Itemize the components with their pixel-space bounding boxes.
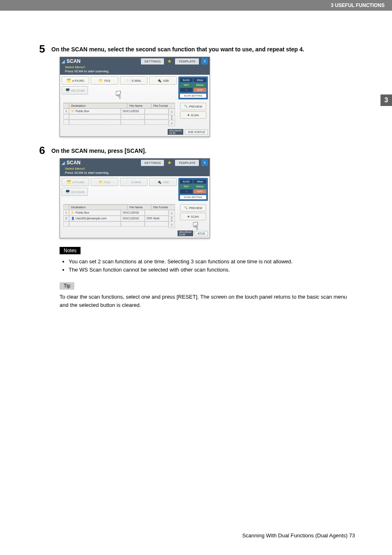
efiling-button[interactable]: 🗂️e-FILING [62,178,89,186]
row-filename: DOC110510 [121,216,145,221]
scan-setting-panel: BLACK 200dpi TEXT SINGLE 0 AUTO SCAN SET… [178,178,208,201]
template-button[interactable]: TEMPLATE [175,160,199,166]
step-text-6: On the SCAN menu, press [SCAN]. [51,145,146,155]
row-filename: DOC110510 [121,210,145,216]
usb-label: USB [163,181,168,184]
usb-button[interactable]: 🔌USB [149,76,177,85]
col-destination: Destination [69,103,127,108]
efiling-label: e-FILING [72,79,84,82]
preview-button[interactable]: 🔍PREVIEW [180,204,206,212]
row-fileformat: PDF Multi [145,216,168,221]
datetime-label: 2011/05/1012:35 [178,230,193,236]
row-filename: DOC110510 [121,108,145,114]
chip-single: SINGLE [194,83,206,87]
step-text-5: On the SCAN menu, select the second scan… [51,44,304,54]
file-button[interactable]: 📁FILE [91,178,118,186]
wsscan-button[interactable]: 🖥️WS SCAN [62,86,88,94]
page-footer: Scanning With Dual Functions (Dual Agent… [242,532,355,539]
efiling-button[interactable]: 🗂️e-FILING [62,76,89,85]
note-item: You can set 2 scan functions at one time… [69,258,355,266]
efiling-label: e-FILING [72,181,84,184]
star-icon[interactable]: ★ [166,160,173,166]
tip-text: To clear the scan functions, select one … [60,293,355,309]
row-destination: 👤 User001@example.com [69,216,121,221]
preview-icon: 🔍 [184,105,188,108]
settings-button[interactable]: SETTINGS [141,58,164,64]
scan-action-icon: ◈ [187,113,189,117]
preview-button[interactable]: 🔍PREVIEW [180,103,206,110]
row-idx: 2 [63,216,69,221]
table-row-empty [63,221,168,227]
scan-icon: ◢ [62,161,65,165]
notes-label: Notes [60,247,81,254]
scan-button[interactable]: ◈SCAN [180,111,206,119]
template-button[interactable]: TEMPLATE [175,58,199,64]
scansetting-button[interactable]: SCAN SETTING [180,94,206,98]
star-icon[interactable]: ★ [166,58,173,64]
efiling-icon: 🗂️ [67,78,71,83]
wsscan-label: WS SCAN [71,191,85,193]
row-destination: 📁 Public Box [69,108,121,114]
email-label: E-MAIL [132,181,141,184]
file-icon: 📁 [99,78,103,83]
scansetting-button[interactable]: SCAN SETTING [180,195,206,199]
chip-text: TEXT [180,184,193,189]
table-row[interactable]: 2 👤 User001@example.com DOC110510 PDF Mu… [63,216,168,221]
usb-button[interactable]: 🔌USB [149,178,177,186]
notes-list: You can set 2 scan functions at one time… [64,258,355,274]
row-idx: 1 [63,108,69,114]
col-filename: File Name [127,103,151,108]
chip-zero: 0 [180,189,193,193]
screen-title: SCAN [67,58,81,64]
jobstatus-button[interactable]: ATUS [195,231,208,236]
help-button[interactable]: ? [201,159,208,166]
settings-button[interactable]: SETTINGS [141,160,164,166]
jobstatus-button[interactable]: JOB STATUS [185,129,208,135]
scan-icon: ◢ [62,59,65,64]
preview-icon: 🔍 [184,206,188,210]
scroll-down-button[interactable]: ∨ [168,221,175,228]
email-button[interactable]: ✉️E-MAIL [120,76,148,85]
chip-text: TEXT [180,83,193,87]
scan-button[interactable]: ◈SCAN [180,213,206,220]
note-item: The WS Scan function cannot be selected … [69,266,355,274]
row-fileformat [145,108,168,114]
datetime-label: 2011/05/1012:35 [168,129,183,135]
scan-screen-1: ◢SCAN SETTINGS ★ TEMPLATE ? Select Menu!… [60,57,210,137]
col-destination: Destination [69,205,127,210]
wsscan-icon: 🖥️ [65,88,70,92]
email-icon: ✉️ [126,78,131,83]
file-icon: 📁 [99,180,103,184]
scan-screen-2: ◢SCAN SETTINGS ★ TEMPLATE ? Select Menu!… [60,158,210,238]
row-destination: 📁 Public Box [69,210,121,216]
destination-table: Destination File Name File Format 1 📁 Pu… [63,103,175,127]
wsscan-icon: 🖥️ [65,190,70,194]
file-label: FILE [104,181,111,184]
table-row[interactable]: 1 📁 Public Box DOC110510 [63,210,168,216]
col-fileformat: File Format [151,205,175,210]
screen-title: SCAN [67,160,81,166]
step-number-5: 5 [37,44,47,54]
screen-subtitle-2: Press SCAN to start scanning. [60,171,210,176]
screen-subtitle-1: Select Menu!! [60,167,210,171]
scroll-down-button[interactable]: ∨ [168,120,175,127]
usb-icon: 🔌 [157,180,161,184]
table-row-empty [63,114,168,120]
wsscan-button[interactable]: 🖥️WS SCAN [62,188,88,196]
email-button[interactable]: ✉️E-MAIL [120,178,148,186]
file-button[interactable]: 📁FILE [91,76,118,85]
email-icon: ✉️ [126,180,131,184]
usb-icon: 🔌 [157,78,161,83]
file-label: FILE [104,79,111,82]
tip-label: Tip [60,282,74,290]
chip-black: BLACK [180,78,193,82]
row-idx: 1 [63,210,69,216]
table-row[interactable]: 1 📁 Public Box DOC110510 [63,108,168,114]
destination-table: Destination File Name File Format 1 📁 Pu… [63,204,175,228]
scroll-up-button[interactable]: ∧ [168,108,175,115]
table-row-empty [63,120,168,125]
usb-label: USB [163,79,168,82]
help-button[interactable]: ? [201,58,208,64]
scan-setting-panel: BLACK 200dpi TEXT SINGLE 0 AUTO SCAN SET… [178,76,208,99]
scroll-up-button[interactable]: ∧ [168,210,175,216]
